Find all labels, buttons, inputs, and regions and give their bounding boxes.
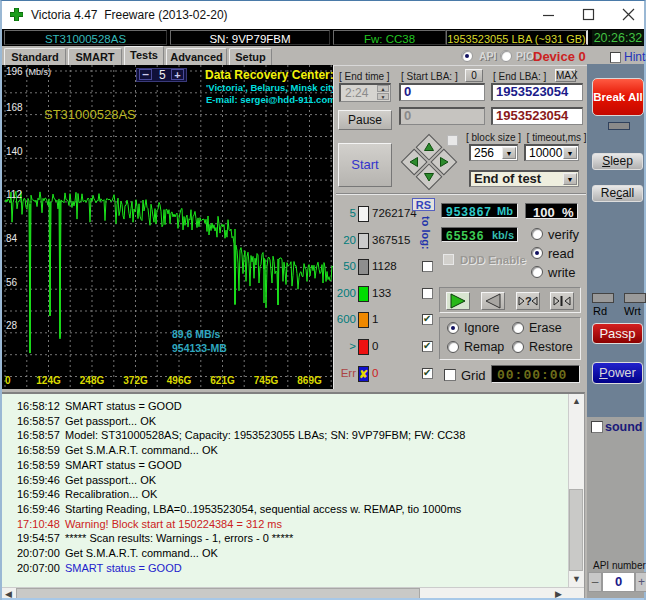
svg-text:ST31000528AS: ST31000528AS — [44, 107, 136, 122]
svg-text:124G: 124G — [36, 375, 61, 386]
svg-text:56: 56 — [6, 277, 18, 288]
svg-text:28: 28 — [6, 320, 18, 331]
svg-text:954133-MB: 954133-MB — [172, 342, 227, 354]
svg-text:0: 0 — [5, 375, 11, 386]
svg-text:248G: 248G — [80, 375, 105, 386]
svg-text:621G: 621G — [210, 375, 235, 386]
svg-text:?: ? — [525, 295, 532, 307]
svg-text:496G: 496G — [167, 375, 192, 386]
svg-text:869G: 869G — [297, 375, 322, 386]
svg-text:84: 84 — [6, 233, 18, 244]
svg-text:745G: 745G — [254, 375, 279, 386]
svg-text:112: 112 — [6, 189, 22, 200]
svg-text:140: 140 — [6, 146, 23, 157]
svg-text:89,6 MB/s: 89,6 MB/s — [172, 328, 221, 340]
svg-text:372G: 372G — [123, 375, 148, 386]
svg-text:196 (Mb/s): 196 (Mb/s) — [6, 66, 51, 77]
svg-text:168: 168 — [6, 102, 23, 113]
